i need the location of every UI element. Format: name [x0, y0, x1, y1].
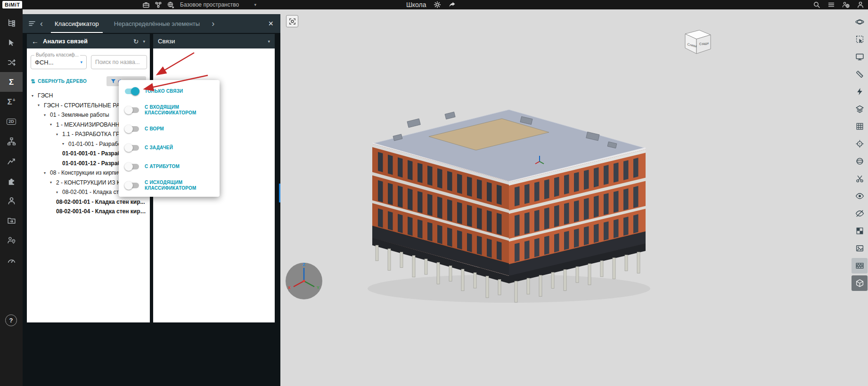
tree-expand-caret-icon[interactable]: ▾: [62, 142, 68, 146]
user-profile-icon[interactable]: [857, 1, 864, 8]
collapse-tree-label: СВЕРНУТЬ ДЕРЕВО: [38, 79, 87, 84]
axis-y-label: Y: [317, 285, 319, 290]
links-shuffle-tool[interactable]: [0, 52, 23, 72]
filter-option-label: С ЗАДАЧЕЙ: [145, 145, 173, 151]
share-project-icon[interactable]: [448, 1, 456, 8]
filter-toggle[interactable]: [125, 88, 139, 94]
back-arrow-icon[interactable]: ←: [32, 37, 39, 45]
classifier-select[interactable]: Выбрать классиф... ФСН... ▾: [31, 55, 87, 69]
tabs-scroll-right-icon[interactable]: ›: [207, 19, 219, 28]
show-eye-icon[interactable]: [852, 188, 868, 204]
analysis-title: Анализ связей: [43, 38, 88, 45]
menu-list-icon[interactable]: [827, 1, 835, 8]
tree-expand-caret-icon[interactable]: ▾: [50, 180, 56, 185]
refresh-icon[interactable]: ↻: [133, 38, 139, 45]
filter-toggle[interactable]: [125, 126, 139, 132]
plugins-tool[interactable]: [0, 171, 23, 191]
filters-menu: ТОЛЬКО СВЯЗИС ВХОДЯЩИМ КЛАССИФИКАТОРОМС …: [119, 80, 220, 197]
filter-option-label: С ВХОДЯЩИМ КЛАССИФИКАТОРОМ: [145, 105, 213, 116]
zoom-to-fit-button[interactable]: [286, 15, 298, 27]
workspace-selector-label: Базовое пространство: [180, 1, 239, 8]
team-network-icon[interactable]: [155, 1, 162, 8]
filter-toggle[interactable]: [125, 107, 139, 113]
projects-icon[interactable]: [142, 1, 150, 8]
panel-resize-handle[interactable]: [279, 184, 280, 202]
select-tool[interactable]: [0, 32, 23, 52]
dashboard-gauge-tool[interactable]: [0, 250, 23, 270]
tree-item[interactable]: 08-02-001-01 - Кладка стен кир...: [30, 197, 147, 207]
tree-expand-caret-icon[interactable]: ▾: [32, 94, 38, 98]
collapse-arrows-icon: ⇅: [31, 78, 35, 85]
tree-expand-caret-icon[interactable]: ▾: [56, 132, 62, 137]
tab-unallocated-elements[interactable]: Нераспределённые элементы: [106, 14, 207, 33]
drawings-2d-tool[interactable]: 2D: [0, 112, 23, 131]
tree-item[interactable]: 08-02-001-04 - Кладка стен кирпичных на.…: [30, 207, 147, 217]
volumes-add-tool[interactable]: Σ+: [0, 92, 23, 112]
model-tree-tool[interactable]: [0, 13, 23, 32]
structure-tool[interactable]: [0, 131, 23, 151]
panel-menu-icon[interactable]: [28, 20, 36, 27]
export-folder-tool[interactable]: [0, 210, 23, 230]
building-model: [351, 92, 653, 308]
select-caret-icon: ▾: [80, 60, 82, 64]
left-toolbar: Σ Σ+ 2D ?: [0, 9, 23, 386]
tree-item-label: ГЭСН: [38, 92, 53, 99]
charts-tool[interactable]: [0, 151, 23, 171]
filter-option: С ИСХОДЯЩИМ КЛАССИФИКАТОРОМ: [119, 176, 220, 195]
clash-bolt-icon[interactable]: [852, 84, 868, 99]
filter-toggle[interactable]: [125, 183, 139, 188]
users-tool[interactable]: [0, 191, 23, 210]
measure-ruler-icon[interactable]: [852, 66, 868, 82]
links-title: Связи: [158, 38, 175, 45]
orbit-icon[interactable]: [852, 14, 868, 30]
links-collapse-caret-icon[interactable]: ▾: [268, 39, 270, 44]
2d-icon: 2D: [7, 119, 16, 125]
navigation-cube[interactable]: Слева Сзади: [675, 27, 714, 58]
tree-expand-caret-icon[interactable]: ▾: [56, 190, 62, 194]
project-title: Школа: [406, 1, 426, 8]
sigma-icon: Σ: [7, 98, 12, 106]
filter-toggle[interactable]: [125, 164, 139, 169]
focus-target-icon[interactable]: [852, 136, 868, 152]
section-cube-icon[interactable]: [852, 275, 868, 291]
app-logo: BiMiT: [2, 1, 22, 8]
select-area-icon[interactable]: [852, 32, 868, 47]
hide-eye-off-icon[interactable]: [852, 206, 868, 221]
layers-icon[interactable]: [852, 101, 868, 117]
invert-visibility-icon[interactable]: [852, 223, 868, 239]
analysis-header: ← Анализ связей ↻ ▾: [27, 34, 150, 48]
tree-expand-caret-icon[interactable]: ▾: [50, 122, 56, 127]
classifier-select-label: Выбрать классиф...: [34, 52, 80, 57]
walls-visibility-icon[interactable]: [852, 258, 868, 273]
user-globe-icon[interactable]: [842, 1, 850, 8]
tree-expand-caret-icon[interactable]: ▾: [38, 103, 44, 107]
top-bar: BiMiT Базовое пространство ▾ Школа: [0, 0, 868, 9]
filter-option-label: С АТРИБУТОМ: [145, 164, 180, 170]
user-location-tool[interactable]: [0, 230, 23, 250]
screenshot-image-icon[interactable]: [852, 241, 868, 256]
sphere-view-icon[interactable]: [852, 153, 868, 169]
first-person-icon[interactable]: [852, 49, 868, 64]
filter-option-label: С ВОРМ: [145, 126, 164, 132]
axis-gizmo[interactable]: Z Y X: [284, 260, 324, 300]
clip-scissors-icon[interactable]: [852, 171, 868, 186]
tab-classifier[interactable]: Классификатор: [47, 14, 106, 33]
globe-share-icon[interactable]: [167, 1, 174, 8]
chevron-down-icon: ▾: [254, 2, 256, 7]
tree-expand-caret-icon[interactable]: ▾: [44, 171, 50, 175]
tree-search-input[interactable]: [91, 56, 147, 69]
workspace-selector[interactable]: Базовое пространство ▾: [180, 0, 256, 9]
search-icon[interactable]: [813, 1, 820, 8]
question-icon: ?: [9, 317, 13, 324]
volumes-summary-tool[interactable]: Σ: [0, 72, 23, 92]
collapse-tree-button[interactable]: ⇅ СВЕРНУТЬ ДЕРЕВО: [31, 78, 87, 85]
help-button[interactable]: ?: [5, 314, 17, 326]
tabs-scroll-left-icon[interactable]: ‹: [36, 19, 47, 28]
section-grid-icon[interactable]: [852, 119, 868, 134]
refresh-options-caret-icon[interactable]: ▾: [143, 39, 145, 44]
close-panel-icon[interactable]: ×: [268, 19, 273, 28]
filter-toggle[interactable]: [125, 145, 139, 151]
project-settings-gear-icon[interactable]: [434, 1, 441, 8]
tree-expand-caret-icon[interactable]: ▾: [44, 113, 50, 117]
tree-search-field[interactable]: [91, 55, 147, 69]
